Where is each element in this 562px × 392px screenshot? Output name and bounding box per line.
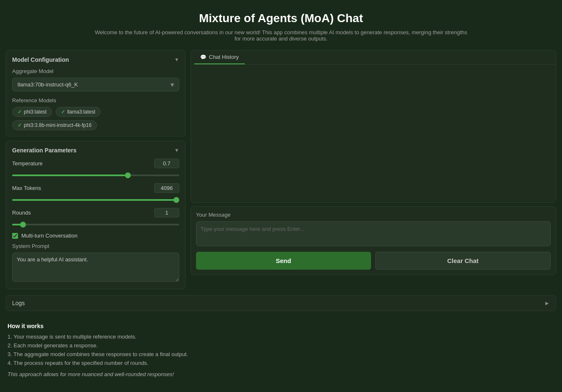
how-step-1: 1. Your message is sent to multiple refe… (8, 334, 554, 340)
logs-title: Logs (12, 300, 25, 306)
system-prompt-textarea[interactable]: You are a helpful AI assistant. (12, 253, 179, 282)
reference-models-tags: ✓ phi3:latest ✓ llama3:latest ✓ phi3:3.8… (12, 107, 179, 130)
how-it-works-section: How it works 1. Your message is sent to … (0, 317, 562, 383)
message-textarea[interactable] (196, 221, 551, 246)
aggregate-model-select[interactable]: llama3:70b-instruct-q6_K llama3:latest m… (12, 78, 179, 91)
message-input-section: Your Message Send Clear Chat (191, 206, 556, 275)
chat-tab-label: Chat History (209, 54, 239, 60)
how-it-works-footer: This approach allows for more nuanced an… (8, 371, 554, 377)
gen-params-title: Generation Parameters (12, 147, 76, 154)
multi-turn-checkbox[interactable] (12, 233, 18, 239)
how-it-works-list: 1. Your message is sent to multiple refe… (8, 334, 554, 366)
check-icon: ✓ (61, 109, 65, 115)
send-button[interactable]: Send (196, 252, 371, 270)
gen-params-card: Generation Parameters ▼ Temperature 0.7 … (6, 141, 186, 289)
max-tokens-slider[interactable] (12, 199, 179, 201)
check-icon: ✓ (18, 109, 22, 115)
reference-model-tag-phi3-mini[interactable]: ✓ phi3:3.8b-mini-instruct-4k-fp16 (12, 120, 97, 130)
logs-header[interactable]: Logs ► (6, 296, 556, 311)
temperature-input[interactable]: 0.7 (154, 159, 179, 168)
right-panel: 💬 Chat History Your Message Send Clear C… (191, 50, 556, 275)
rounds-label: Rounds (12, 210, 31, 216)
multi-turn-row: Multi-turn Conversation (12, 233, 179, 239)
max-tokens-input[interactable]: 4096 (154, 183, 179, 193)
main-layout: Model Configuration ▼ Aggregate Model ll… (0, 46, 562, 293)
reference-model-label-llama3: llama3:latest (67, 109, 95, 115)
temperature-label: Temperature (12, 160, 43, 167)
model-config-title: Model Configuration (12, 56, 69, 63)
app-header: Mixture of Agents (MoA) Chat Welcome to … (0, 0, 562, 46)
multi-turn-label[interactable]: Multi-turn Conversation (21, 233, 77, 239)
message-label: Your Message (196, 212, 551, 218)
gen-params-header[interactable]: Generation Parameters ▼ (12, 147, 179, 154)
chat-tab-icon: 💬 (200, 54, 206, 60)
how-step-3: 3. The aggregate model combines these re… (8, 351, 554, 357)
chat-panel: 💬 Chat History (191, 50, 556, 203)
chat-history-area (191, 65, 556, 202)
chat-tabs: 💬 Chat History (191, 51, 556, 65)
model-config-header[interactable]: Model Configuration ▼ (12, 56, 179, 63)
temperature-slider[interactable] (12, 175, 179, 176)
model-config-card: Model Configuration ▼ Aggregate Model ll… (6, 50, 186, 137)
clear-chat-button[interactable]: Clear Chat (375, 252, 551, 270)
left-panel: Model Configuration ▼ Aggregate Model ll… (6, 50, 186, 289)
how-step-4: 4. The process repeats for the specified… (8, 360, 554, 366)
aggregate-model-label: Aggregate Model (12, 68, 179, 74)
app-title: Mixture of Agents (MoA) Chat (8, 12, 554, 25)
model-config-chevron-icon: ▼ (174, 57, 179, 63)
max-tokens-row: Max Tokens 4096 (12, 183, 179, 193)
logs-section: Logs ► (6, 295, 556, 311)
system-prompt-label: System Prompt (12, 243, 179, 249)
temperature-row: Temperature 0.7 (12, 159, 179, 168)
logs-collapse-icon: ► (544, 300, 550, 306)
reference-model-label-phi3: phi3:latest (24, 109, 47, 115)
how-step-2: 2. Each model generates a response. (8, 342, 554, 349)
rounds-input[interactable]: 1 (154, 208, 179, 217)
rounds-row: Rounds 1 (12, 208, 179, 217)
check-icon: ✓ (18, 122, 22, 128)
aggregate-model-select-wrapper: llama3:70b-instruct-q6_K llama3:latest m… (12, 78, 179, 91)
reference-model-tag-llama3[interactable]: ✓ llama3:latest (56, 107, 101, 117)
reference-models-label: Reference Models (12, 97, 179, 104)
tab-chat-history[interactable]: 💬 Chat History (194, 51, 245, 64)
rounds-slider-container (12, 220, 179, 227)
rounds-slider[interactable] (12, 224, 179, 225)
how-it-works-title: How it works (8, 323, 554, 329)
buttons-row: Send Clear Chat (196, 252, 551, 270)
app-subtitle: Welcome to the future of AI-powered conv… (93, 29, 469, 42)
temperature-slider-container (12, 171, 179, 177)
max-tokens-label: Max Tokens (12, 185, 41, 191)
reference-model-label-phi3-mini: phi3:3.8b-mini-instruct-4k-fp16 (24, 122, 92, 128)
gen-params-chevron-icon: ▼ (174, 147, 179, 153)
reference-model-tag-phi3[interactable]: ✓ phi3:latest (12, 107, 52, 117)
max-tokens-slider-container (12, 195, 179, 202)
